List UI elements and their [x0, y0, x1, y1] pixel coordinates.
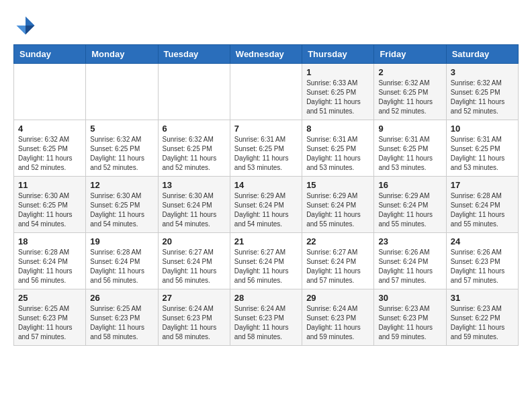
calendar-table: SundayMondayTuesdayWednesdayThursdayFrid… [13, 44, 519, 346]
day-info: Sunrise: 6:24 AM Sunset: 6:23 PM Dayligh… [163, 304, 226, 342]
day-cell: 31Sunrise: 6:23 AM Sunset: 6:22 PM Dayli… [446, 289, 518, 346]
day-cell: 30Sunrise: 6:23 AM Sunset: 6:23 PM Dayli… [374, 289, 446, 346]
day-info: Sunrise: 6:23 AM Sunset: 6:23 PM Dayligh… [378, 304, 441, 342]
day-number: 15 [306, 180, 369, 190]
logo-icon [13, 13, 38, 38]
day-cell: 19Sunrise: 6:28 AM Sunset: 6:24 PM Dayli… [86, 233, 158, 289]
day-info: Sunrise: 6:30 AM Sunset: 6:24 PM Dayligh… [163, 191, 226, 229]
day-number: 25 [18, 293, 81, 303]
day-info: Sunrise: 6:28 AM Sunset: 6:24 PM Dayligh… [18, 248, 81, 285]
day-number: 16 [378, 180, 441, 190]
day-number: 17 [451, 180, 514, 190]
day-cell: 22Sunrise: 6:27 AM Sunset: 6:24 PM Dayli… [302, 233, 374, 289]
weekday-header-monday: Monday [86, 45, 158, 64]
day-number: 30 [378, 293, 441, 303]
day-info: Sunrise: 6:30 AM Sunset: 6:25 PM Dayligh… [18, 191, 81, 229]
svg-marker-0 [26, 17, 35, 26]
day-cell [158, 64, 230, 120]
day-number: 14 [234, 180, 298, 190]
day-number: 13 [163, 180, 226, 190]
day-number: 28 [234, 293, 298, 303]
weekday-header-row: SundayMondayTuesdayWednesdayThursdayFrid… [14, 45, 519, 64]
day-info: Sunrise: 6:32 AM Sunset: 6:25 PM Dayligh… [378, 79, 441, 116]
day-number: 6 [163, 124, 226, 134]
day-cell [230, 64, 302, 120]
day-info: Sunrise: 6:30 AM Sunset: 6:25 PM Dayligh… [90, 191, 153, 229]
week-row-1: 1Sunrise: 6:33 AM Sunset: 6:25 PM Daylig… [14, 64, 519, 120]
day-info: Sunrise: 6:32 AM Sunset: 6:25 PM Dayligh… [90, 135, 153, 173]
day-info: Sunrise: 6:31 AM Sunset: 6:25 PM Dayligh… [306, 135, 369, 173]
day-cell: 10Sunrise: 6:31 AM Sunset: 6:25 PM Dayli… [446, 120, 518, 177]
day-info: Sunrise: 6:27 AM Sunset: 6:24 PM Dayligh… [234, 248, 298, 285]
day-info: Sunrise: 6:25 AM Sunset: 6:23 PM Dayligh… [18, 304, 81, 342]
day-info: Sunrise: 6:25 AM Sunset: 6:23 PM Dayligh… [90, 304, 153, 342]
day-info: Sunrise: 6:32 AM Sunset: 6:25 PM Dayligh… [18, 135, 81, 173]
day-cell: 16Sunrise: 6:29 AM Sunset: 6:24 PM Dayli… [374, 177, 446, 233]
weekday-header-friday: Friday [374, 45, 446, 64]
day-cell: 26Sunrise: 6:25 AM Sunset: 6:23 PM Dayli… [86, 289, 158, 346]
day-info: Sunrise: 6:28 AM Sunset: 6:24 PM Dayligh… [90, 248, 153, 285]
day-cell: 25Sunrise: 6:25 AM Sunset: 6:23 PM Dayli… [14, 289, 86, 346]
day-number: 3 [451, 67, 514, 77]
day-number: 11 [18, 180, 81, 190]
day-number: 10 [451, 124, 514, 134]
day-cell: 6Sunrise: 6:32 AM Sunset: 6:25 PM Daylig… [158, 120, 230, 177]
weekday-header-thursday: Thursday [302, 45, 374, 64]
day-cell: 15Sunrise: 6:29 AM Sunset: 6:24 PM Dayli… [302, 177, 374, 233]
day-info: Sunrise: 6:31 AM Sunset: 6:25 PM Dayligh… [234, 135, 298, 173]
day-cell: 21Sunrise: 6:27 AM Sunset: 6:24 PM Dayli… [230, 233, 302, 289]
day-number: 7 [234, 124, 298, 134]
weekday-header-saturday: Saturday [446, 45, 518, 64]
day-info: Sunrise: 6:29 AM Sunset: 6:24 PM Dayligh… [306, 191, 369, 229]
week-row-5: 25Sunrise: 6:25 AM Sunset: 6:23 PM Dayli… [14, 289, 519, 346]
day-info: Sunrise: 6:27 AM Sunset: 6:24 PM Dayligh… [306, 248, 369, 285]
day-cell: 28Sunrise: 6:24 AM Sunset: 6:23 PM Dayli… [230, 289, 302, 346]
day-cell: 18Sunrise: 6:28 AM Sunset: 6:24 PM Dayli… [14, 233, 86, 289]
day-number: 21 [234, 236, 298, 246]
day-cell: 4Sunrise: 6:32 AM Sunset: 6:25 PM Daylig… [14, 120, 86, 177]
day-cell: 13Sunrise: 6:30 AM Sunset: 6:24 PM Dayli… [158, 177, 230, 233]
weekday-header-sunday: Sunday [14, 45, 86, 64]
day-number: 29 [306, 293, 369, 303]
day-cell: 20Sunrise: 6:27 AM Sunset: 6:24 PM Dayli… [158, 233, 230, 289]
day-cell: 24Sunrise: 6:26 AM Sunset: 6:23 PM Dayli… [446, 233, 518, 289]
day-info: Sunrise: 6:24 AM Sunset: 6:23 PM Dayligh… [234, 304, 298, 342]
day-number: 31 [451, 293, 514, 303]
day-cell: 14Sunrise: 6:29 AM Sunset: 6:24 PM Dayli… [230, 177, 302, 233]
day-cell: 3Sunrise: 6:32 AM Sunset: 6:25 PM Daylig… [446, 64, 518, 120]
day-number: 5 [90, 124, 153, 134]
day-cell: 11Sunrise: 6:30 AM Sunset: 6:25 PM Dayli… [14, 177, 86, 233]
day-cell: 9Sunrise: 6:31 AM Sunset: 6:25 PM Daylig… [374, 120, 446, 177]
day-info: Sunrise: 6:31 AM Sunset: 6:25 PM Dayligh… [378, 135, 441, 173]
day-info: Sunrise: 6:32 AM Sunset: 6:25 PM Dayligh… [163, 135, 226, 173]
page-header [13, 13, 519, 38]
day-info: Sunrise: 6:33 AM Sunset: 6:25 PM Dayligh… [306, 79, 369, 116]
day-cell: 29Sunrise: 6:24 AM Sunset: 6:23 PM Dayli… [302, 289, 374, 346]
day-cell: 17Sunrise: 6:28 AM Sunset: 6:24 PM Dayli… [446, 177, 518, 233]
day-cell: 8Sunrise: 6:31 AM Sunset: 6:25 PM Daylig… [302, 120, 374, 177]
svg-marker-1 [26, 26, 35, 35]
day-cell: 12Sunrise: 6:30 AM Sunset: 6:25 PM Dayli… [86, 177, 158, 233]
day-number: 26 [90, 293, 153, 303]
day-info: Sunrise: 6:24 AM Sunset: 6:23 PM Dayligh… [306, 304, 369, 342]
weekday-header-wednesday: Wednesday [230, 45, 302, 64]
day-cell [14, 64, 86, 120]
day-info: Sunrise: 6:26 AM Sunset: 6:23 PM Dayligh… [451, 248, 514, 285]
day-cell: 23Sunrise: 6:26 AM Sunset: 6:24 PM Dayli… [374, 233, 446, 289]
week-row-4: 18Sunrise: 6:28 AM Sunset: 6:24 PM Dayli… [14, 233, 519, 289]
day-number: 24 [451, 236, 514, 246]
day-cell: 5Sunrise: 6:32 AM Sunset: 6:25 PM Daylig… [86, 120, 158, 177]
day-info: Sunrise: 6:31 AM Sunset: 6:25 PM Dayligh… [451, 135, 514, 173]
day-number: 19 [90, 236, 153, 246]
day-info: Sunrise: 6:32 AM Sunset: 6:25 PM Dayligh… [451, 79, 514, 116]
day-number: 2 [378, 67, 441, 77]
day-info: Sunrise: 6:29 AM Sunset: 6:24 PM Dayligh… [234, 191, 298, 229]
day-info: Sunrise: 6:23 AM Sunset: 6:22 PM Dayligh… [451, 304, 514, 342]
week-row-2: 4Sunrise: 6:32 AM Sunset: 6:25 PM Daylig… [14, 120, 519, 177]
day-number: 12 [90, 180, 153, 190]
calendar-body: 1Sunrise: 6:33 AM Sunset: 6:25 PM Daylig… [14, 64, 519, 346]
day-number: 18 [18, 236, 81, 246]
day-cell: 1Sunrise: 6:33 AM Sunset: 6:25 PM Daylig… [302, 64, 374, 120]
day-number: 4 [18, 124, 81, 134]
day-number: 20 [163, 236, 226, 246]
